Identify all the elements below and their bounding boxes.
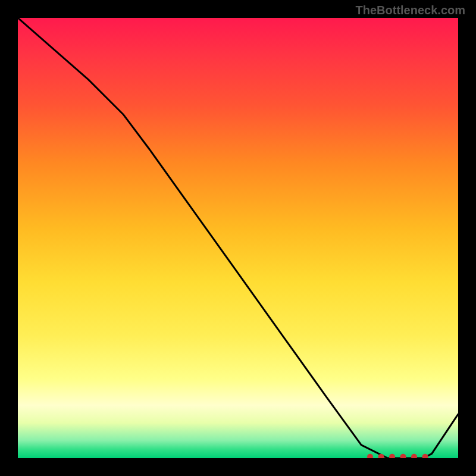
- trough-marker: [389, 454, 395, 458]
- trough-marker: [411, 454, 417, 458]
- chart-container: TheBottleneck.com: [0, 0, 476, 476]
- trough-marker: [422, 454, 428, 458]
- watermark-text: TheBottleneck.com: [356, 4, 465, 17]
- plot-area: [18, 18, 458, 458]
- line-curve: [18, 18, 458, 458]
- trough-marker: [400, 454, 406, 458]
- trough-marker: [367, 454, 373, 458]
